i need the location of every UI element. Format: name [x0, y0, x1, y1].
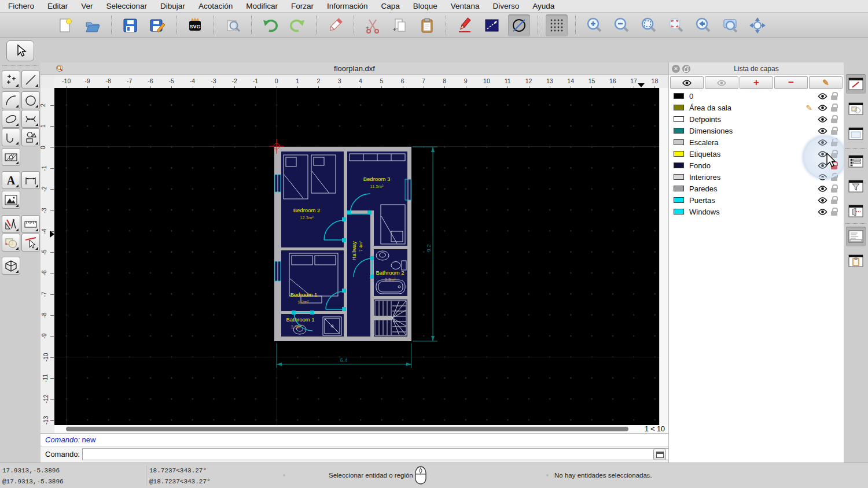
layer-row[interactable]: Escalera ✎	[669, 136, 844, 148]
layer-lock-icon[interactable]	[830, 126, 839, 135]
layer-lock-icon[interactable]	[830, 172, 839, 182]
layer-lock-icon[interactable]	[830, 91, 839, 101]
menu-item[interactable]: Editar	[47, 2, 68, 10]
layer-lock-icon[interactable]	[830, 103, 839, 112]
layer-visibility-eye-icon[interactable]	[815, 173, 830, 181]
grid-toggle-button[interactable]	[546, 14, 568, 36]
scrollbar-thumb[interactable]	[66, 427, 628, 431]
open-file-button[interactable]	[82, 14, 104, 36]
blocks-tool-button[interactable]	[2, 234, 20, 252]
layer-visibility-eye-icon[interactable]	[815, 162, 830, 169]
paste-button[interactable]	[416, 14, 438, 36]
line-tool-button[interactable]	[21, 71, 40, 88]
menu-item[interactable]: Información	[327, 2, 368, 10]
add-layer-button[interactable]: +	[740, 76, 773, 89]
zoom-auto-button[interactable]	[638, 14, 660, 36]
hatch-tool-button[interactable]	[2, 148, 20, 166]
layer-row[interactable]: Interiores ✎	[669, 171, 844, 183]
menu-item[interactable]: Diverso	[492, 2, 519, 10]
layer-row[interactable]: Fondo ✎	[669, 160, 844, 171]
vertical-scrollbar[interactable]	[659, 88, 668, 425]
measure-tool-button[interactable]	[21, 215, 40, 233]
layer-lock-icon[interactable]	[830, 184, 839, 193]
menu-item[interactable]: Fichero	[8, 2, 34, 10]
solid-3d-tool-button[interactable]	[2, 257, 20, 275]
layer-row[interactable]: 0 ✎	[669, 90, 844, 102]
dock-layer-filter-button[interactable]	[846, 176, 866, 196]
show-all-layers-button[interactable]	[670, 76, 704, 89]
polyline-tool-button[interactable]	[2, 128, 20, 146]
select-tool-button[interactable]	[6, 40, 34, 61]
zoom-in-button[interactable]	[583, 14, 605, 36]
menu-item[interactable]: Acotación	[198, 2, 233, 10]
dock-draw-preview-button[interactable]	[846, 74, 866, 94]
text-tool-button[interactable]: A	[2, 171, 20, 189]
layer-visibility-eye-icon[interactable]	[815, 104, 830, 112]
dock-layer-list-button[interactable]	[846, 151, 866, 171]
undo-button[interactable]	[259, 14, 281, 36]
layer-lock-icon[interactable]	[830, 138, 839, 147]
menu-item[interactable]: Seleccionar	[106, 2, 148, 10]
layer-visibility-eye-icon[interactable]	[815, 127, 830, 135]
dock-clipboard-button[interactable]	[846, 251, 866, 271]
arc-tool-button[interactable]	[2, 91, 20, 109]
remove-layer-button[interactable]: −	[774, 76, 808, 89]
copy-button[interactable]	[389, 14, 411, 36]
layer-visibility-eye-icon[interactable]	[815, 150, 830, 158]
save-button[interactable]	[119, 14, 141, 36]
zoom-pan-button[interactable]	[746, 14, 768, 36]
new-document-button[interactable]	[54, 14, 76, 36]
layer-row[interactable]: Defpoints ✎	[669, 113, 844, 125]
menu-item[interactable]: Forzar	[291, 2, 314, 10]
zoom-out-button[interactable]	[610, 14, 632, 36]
dock-block-list-button[interactable]	[846, 99, 866, 119]
layer-row[interactable]: Paredes ✎	[669, 183, 844, 194]
dimension-tool-button[interactable]	[21, 171, 40, 189]
redo-button[interactable]	[286, 14, 308, 36]
save-as-button[interactable]	[146, 14, 168, 36]
delete-button[interactable]	[324, 14, 346, 36]
circle-tool-button[interactable]	[21, 91, 40, 109]
menu-item[interactable]: Ayuda	[532, 2, 554, 10]
command-input[interactable]	[82, 448, 696, 460]
layer-row[interactable]: Área da sala ✎	[669, 102, 844, 113]
command-keyboard-toggle-button[interactable]	[653, 449, 666, 460]
menu-item[interactable]: Ventana	[451, 2, 480, 10]
spline-tool-button[interactable]	[21, 110, 40, 128]
deselect-tool-button[interactable]	[21, 234, 40, 252]
layer-row[interactable]: Dimensiones ✎	[669, 125, 844, 136]
menu-item[interactable]: Ver	[81, 2, 93, 10]
draft-mode-button[interactable]	[508, 14, 530, 36]
line-preview-button[interactable]	[481, 14, 503, 36]
zoom-back-button[interactable]	[692, 14, 714, 36]
layer-visibility-eye-icon[interactable]	[815, 208, 830, 216]
layer-row[interactable]: Windows ✎	[669, 206, 844, 217]
layer-lock-icon[interactable]	[830, 195, 839, 205]
layer-visibility-eye-icon[interactable]	[815, 93, 830, 100]
pen-edit-button[interactable]	[454, 14, 476, 36]
layer-visibility-eye-icon[interactable]	[815, 139, 830, 146]
hide-all-layers-button[interactable]	[705, 76, 738, 89]
layer-row[interactable]: Etiquetas ✎	[669, 148, 844, 160]
print-preview-button[interactable]	[222, 14, 244, 36]
zoom-window-button[interactable]	[719, 14, 741, 36]
zoom-previous-button[interactable]	[665, 14, 687, 36]
layer-visibility-eye-icon[interactable]	[815, 116, 830, 123]
ellipse-tool-button[interactable]	[2, 110, 20, 128]
points-tool-button[interactable]	[2, 71, 20, 88]
polygon-tool-button[interactable]	[21, 128, 40, 146]
layer-row[interactable]: Puertas ✎	[669, 194, 844, 206]
horizontal-scrollbar[interactable]: 1 < 10	[54, 425, 668, 433]
menu-item[interactable]: Bloque	[413, 2, 437, 10]
menu-item[interactable]: Capa	[381, 2, 400, 10]
cut-button[interactable]	[362, 14, 384, 36]
layer-visibility-eye-icon[interactable]	[815, 185, 830, 193]
image-tool-button[interactable]	[2, 191, 20, 209]
layer-visibility-eye-icon[interactable]	[815, 197, 830, 204]
drawing-canvas[interactable]: Bedroom 2 12.3m² Bedroom 3 11.5m² Hallwa…	[54, 88, 659, 425]
layer-lock-icon[interactable]	[830, 114, 839, 124]
menu-item[interactable]: Dibujar	[160, 2, 185, 10]
dock-block-view-button[interactable]	[846, 201, 866, 221]
layer-lock-icon[interactable]	[830, 161, 839, 170]
layer-lock-icon[interactable]	[830, 149, 839, 158]
